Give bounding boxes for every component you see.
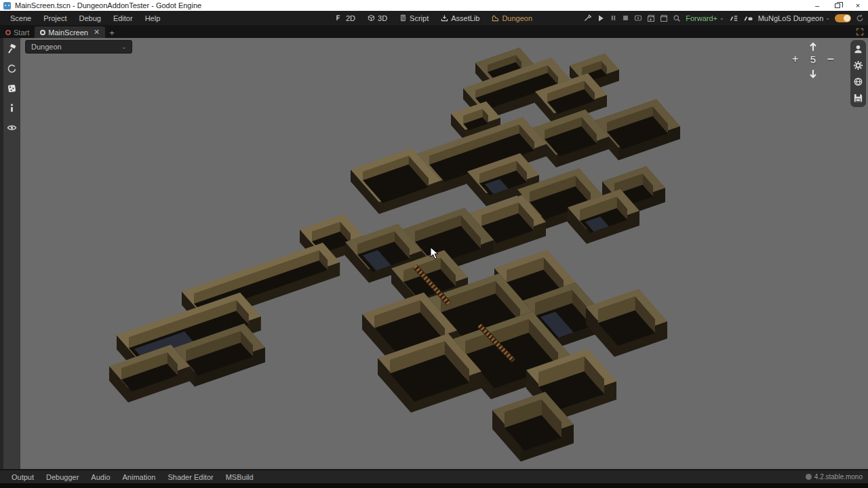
- visibility-button[interactable]: [5, 121, 19, 134]
- dice-icon: [7, 83, 17, 94]
- tab-dungeon[interactable]: Dungeon: [488, 13, 536, 24]
- movie-maker-icon[interactable]: [673, 14, 681, 22]
- bottom-tab-debugger[interactable]: Debugger: [41, 472, 83, 483]
- close-button[interactable]: ×: [848, 0, 868, 11]
- addon-camera-icon[interactable]: [743, 14, 753, 22]
- gear-icon[interactable]: [853, 60, 863, 70]
- tab-2d[interactable]: 2D: [332, 13, 359, 24]
- renderer-select[interactable]: Forward+ ⌄: [686, 14, 724, 22]
- minimize-button[interactable]: –: [807, 0, 827, 11]
- floor-plus-button[interactable]: +: [792, 53, 798, 65]
- hammer-icon: [7, 44, 17, 54]
- addon-list-icon[interactable]: [729, 14, 738, 22]
- dungeon-icon: [492, 14, 499, 22]
- world-refresh-icon[interactable]: [853, 77, 863, 87]
- tab-3d[interactable]: 3D: [363, 13, 391, 24]
- scene-tab-start[interactable]: Start: [0, 26, 35, 38]
- scene-tab-mainscreen[interactable]: MainScreen ✕: [35, 26, 105, 38]
- info-icon: [7, 103, 17, 113]
- menu-scene[interactable]: Scene: [5, 12, 36, 24]
- menu-debug[interactable]: Debug: [74, 12, 105, 24]
- remote-debug-icon[interactable]: [634, 14, 642, 22]
- restore-icon: [835, 3, 840, 8]
- 2d-icon: [336, 14, 343, 22]
- dungeon-node-dropdown[interactable]: Dungeon ⌄: [25, 40, 132, 54]
- assetlib-icon: [441, 14, 448, 22]
- chevron-down-icon: ⌄: [825, 15, 830, 21]
- scene-tab-bar: Start MainScreen ✕ +: [0, 26, 868, 38]
- menu-editor[interactable]: Editor: [108, 12, 138, 24]
- restore-button[interactable]: [827, 0, 848, 11]
- build-hammer-button[interactable]: [5, 42, 19, 56]
- chevron-down-icon: ⌄: [121, 44, 126, 50]
- run-scene-icon[interactable]: [647, 14, 655, 22]
- eye-icon: [7, 123, 17, 133]
- floor-up-icon[interactable]: [809, 42, 817, 52]
- circle-arc-icon: [7, 64, 17, 74]
- player-icon[interactable]: [853, 44, 863, 54]
- script-icon: [399, 14, 407, 22]
- workspace-switcher: 2D 3D Script AssetLib Dungeon: [332, 13, 536, 24]
- customize-run-icon[interactable]: [583, 14, 592, 22]
- window-titlebar: MainScreen.tscn - DungeonAddonTester - G…: [0, 0, 868, 11]
- scene-icon: [5, 30, 11, 35]
- scene-icon: [40, 30, 45, 35]
- 3d-viewport[interactable]: Dungeon ⌄ + 5 −: [0, 38, 868, 469]
- info-button[interactable]: [5, 101, 19, 115]
- floor-selector: + 5 −: [792, 42, 834, 79]
- random-seed-button[interactable]: [5, 81, 19, 95]
- pause-icon[interactable]: [610, 14, 617, 22]
- menu-project[interactable]: Project: [39, 12, 71, 24]
- chevron-down-icon: ⌄: [719, 15, 724, 21]
- add-scene-tab-button[interactable]: +: [105, 28, 119, 38]
- bottom-tab-audio[interactable]: Audio: [86, 472, 115, 483]
- 3d-icon: [368, 14, 375, 22]
- play-icon[interactable]: [597, 14, 605, 22]
- godot-version-icon: [806, 474, 812, 480]
- window-title: MainScreen.tscn - DungeonAddonTester - G…: [15, 1, 201, 9]
- bottom-panel-bar: Output Debugger Audio Animation Shader E…: [0, 469, 868, 488]
- floor-value: 5: [810, 54, 816, 65]
- run-specific-scene-icon[interactable]: [660, 14, 668, 22]
- menu-help[interactable]: Help: [140, 12, 165, 24]
- expand-layout-icon[interactable]: [856, 28, 864, 36]
- floor-minus-button[interactable]: −: [827, 52, 834, 66]
- tab-assetlib[interactable]: AssetLib: [437, 13, 484, 24]
- bottom-tab-animation[interactable]: Animation: [118, 472, 161, 483]
- addon-profile-select[interactable]: MuNgLoS Dungeon ⌄: [758, 14, 830, 22]
- bottom-tab-output[interactable]: Output: [7, 472, 39, 483]
- tab-script[interactable]: Script: [395, 13, 433, 24]
- mouse-cursor: [430, 247, 441, 260]
- regenerate-button[interactable]: [5, 62, 19, 75]
- godot-app-icon: [3, 2, 11, 9]
- bottom-tab-shader-editor[interactable]: Shader Editor: [163, 472, 218, 483]
- addon-toggle[interactable]: [835, 14, 851, 22]
- save-icon[interactable]: [853, 93, 863, 103]
- close-tab-icon[interactable]: ✕: [94, 28, 100, 37]
- engine-version: 4.2.stable.mono: [806, 473, 863, 481]
- run-toolbar: Forward+ ⌄ MuNgLoS Dungeon ⌄: [583, 14, 864, 22]
- dungeon-tool-strip: [0, 38, 20, 469]
- dungeon-side-panel: [850, 40, 866, 107]
- floor-down-icon[interactable]: [809, 69, 817, 79]
- bottom-tab-msbuild[interactable]: MSBuild: [221, 472, 258, 483]
- stop-icon[interactable]: [622, 14, 629, 22]
- reload-icon[interactable]: [856, 14, 864, 22]
- menubar: Scene Project Debug Editor Help 2D 3D Sc…: [0, 11, 868, 26]
